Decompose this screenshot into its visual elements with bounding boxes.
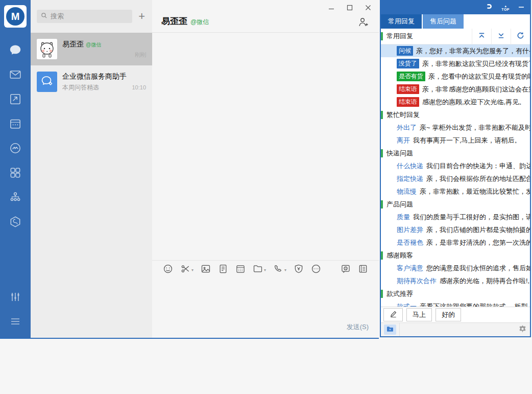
- folder-button[interactable]: ▾: [249, 261, 270, 279]
- send-button[interactable]: 发送(S): [347, 322, 369, 332]
- message-list-button[interactable]: [354, 264, 372, 276]
- send-image-button[interactable]: [197, 261, 214, 279]
- window-controls: [325, 2, 375, 13]
- reply-item[interactable]: 物流慢亲，非常抱歉，最近物流比较繁忙，发...: [381, 185, 530, 198]
- reply-keyword: 外出了: [397, 123, 417, 132]
- message-input-area[interactable]: 发送(S): [152, 279, 379, 338]
- reply-item[interactable]: 结束语感谢您的惠顾,欢迎下次光临,再见。: [381, 96, 530, 108]
- reply-item[interactable]: 结束语亲，非常感谢您的惠顾我们这边会在第...: [381, 83, 530, 96]
- expand-all-button[interactable]: [491, 29, 511, 44]
- reply-item[interactable]: 款式一亲看下这款跟您要的那款款式， 板型上...: [381, 300, 530, 307]
- reply-section-header[interactable]: 款式推荐: [381, 287, 530, 300]
- app-logo[interactable]: M: [4, 5, 27, 28]
- apps-grid-icon: [9, 166, 22, 181]
- minimize-icon: [518, 3, 525, 12]
- reply-section-header[interactable]: 繁忙时回复: [381, 108, 530, 121]
- magnet-snap-button[interactable]: [485, 3, 493, 13]
- chat-main: 易歪歪 @微信 ▾ ▾ ▾: [152, 0, 379, 338]
- reply-text: 我有事离开一下,马上回来，请稍后。: [413, 136, 530, 145]
- app-logo-glyph: M: [6, 7, 25, 26]
- image-icon: [201, 264, 211, 276]
- panel-minimize-button[interactable]: [518, 3, 525, 12]
- settings-button[interactable]: [518, 325, 527, 335]
- nav-gallery[interactable]: [0, 137, 31, 161]
- assistant-tabs: 常用回复 售后问题: [381, 14, 530, 29]
- reply-item[interactable]: 什么快递我们目前合作的快递为：申通、韵达...: [381, 159, 530, 172]
- reply-tag: 是否有货: [397, 72, 425, 81]
- reply-text: 亲，非常抱歉这款宝贝已经没有现货了...: [422, 59, 530, 68]
- reply-item[interactable]: 没货了亲，非常抱歉这款宝贝已经没有现货了...: [381, 57, 530, 70]
- miniprogram-icon: [9, 215, 22, 230]
- collapse-all-button[interactable]: [472, 29, 491, 44]
- message-area[interactable]: [152, 33, 379, 260]
- chat-item-name: 企业微信服务商助手: [62, 72, 127, 81]
- reply-item[interactable]: 质量我们的质量与手工很好的，是实拍图，请...: [381, 211, 530, 223]
- phrase-library-button[interactable]: [384, 325, 396, 335]
- call-button[interactable]: ▾: [270, 261, 290, 279]
- section-label: 感谢顾客: [386, 251, 413, 260]
- reply-text: 感谢亲的光临，期待再合作啦!, ...: [440, 276, 530, 286]
- nav-workbench[interactable]: [0, 88, 31, 112]
- reply-item[interactable]: 期待再次合作感谢亲的光临，期待再合作啦!, ...: [381, 274, 530, 287]
- section-marker: [381, 111, 383, 119]
- reply-text: 亲，您好，非常高兴为您服务了，有什么...: [416, 47, 530, 56]
- reply-item[interactable]: 是否有货亲，您看中的这款宝贝是有现货的呢...: [381, 70, 530, 83]
- close-button[interactable]: [361, 2, 375, 13]
- nav-miniprogram[interactable]: [0, 211, 31, 235]
- nav-mail[interactable]: [0, 63, 31, 88]
- payment-button[interactable]: [290, 261, 307, 279]
- chat-list-panel: 搜索 + 易歪歪 @微信 刚刚: [31, 0, 152, 338]
- reply-text: 亲，非常抱歉，最近物流比较繁忙，发...: [420, 187, 530, 196]
- nav-filters[interactable]: [0, 286, 31, 310]
- reply-keyword: 款式一: [397, 302, 417, 307]
- chat-item-body: 易歪歪 @微信 刚刚: [62, 40, 146, 59]
- schedule-button[interactable]: [232, 261, 249, 279]
- send-file-button[interactable]: [214, 261, 232, 279]
- nav-calendar[interactable]: [0, 112, 31, 137]
- reply-text: 亲~ 掌柜外出发货，非常抱歉不能及时...: [420, 123, 530, 132]
- reply-item[interactable]: 问候亲，您好，非常高兴为您服务了，有什么...: [381, 44, 530, 57]
- reply-item[interactable]: 外出了亲~ 掌柜外出发货，非常抱歉不能及时...: [381, 121, 530, 134]
- section-marker: [381, 32, 383, 40]
- tab-common-replies[interactable]: 常用回复: [381, 14, 422, 29]
- emoji-button[interactable]: [159, 261, 177, 279]
- nav-menu[interactable]: [0, 310, 31, 335]
- quick-phrase-button[interactable]: 马上: [406, 308, 432, 321]
- reply-list-header: 常用回复: [381, 29, 530, 44]
- tab-aftersale-questions[interactable]: 售后问题: [423, 14, 464, 29]
- reply-item[interactable]: 图片差异亲，我们店铺的图片都是实物拍摄的...: [381, 223, 530, 236]
- reply-text: 感谢您的惠顾,欢迎下次光临,再见。: [422, 98, 530, 107]
- section-marker: [381, 290, 383, 298]
- section-marker: [381, 200, 383, 208]
- chat-title: 易歪歪: [161, 15, 187, 27]
- assistant-bottom-bar: [381, 322, 530, 336]
- reply-item[interactable]: 客户满意您的满意是我们永恒的追求，售后如...: [381, 262, 530, 274]
- refresh-button[interactable]: [511, 29, 530, 44]
- message-list-icon: [358, 264, 368, 276]
- edit-phrases-button[interactable]: [383, 308, 403, 321]
- reply-item[interactable]: 是否褪色亲，是非常好清洗的，您第一次洗的...: [381, 236, 530, 249]
- pin-top-button[interactable]: ▲ TOP: [501, 5, 510, 11]
- chat-list-item[interactable]: 易歪歪 @微信 刚刚: [31, 33, 152, 65]
- expand-all-icon: [497, 32, 505, 41]
- chat-list-item[interactable]: 企业微信服务商助手 本周问答精选 10:10: [31, 65, 152, 98]
- reply-section-header[interactable]: 感谢顾客: [381, 249, 530, 262]
- workbench-icon: [9, 92, 22, 108]
- add-button[interactable]: +: [137, 11, 146, 22]
- reply-tag: 结束语: [397, 84, 419, 94]
- reply-item[interactable]: 指定快递亲，我们会根据你所在的地址匹配合...: [381, 172, 530, 185]
- reply-section-header[interactable]: 快递问题: [381, 147, 530, 159]
- search-input[interactable]: 搜索: [37, 10, 132, 23]
- nav-apps[interactable]: [0, 161, 31, 186]
- chat-history-button[interactable]: [337, 264, 354, 276]
- quick-phrase-button[interactable]: 好的: [436, 308, 461, 321]
- reply-section-header[interactable]: 产品问题: [381, 198, 530, 211]
- screenshot-button[interactable]: ▾: [177, 261, 197, 279]
- nav-org[interactable]: [0, 186, 31, 211]
- nav-chat[interactable]: [0, 39, 31, 63]
- reply-item[interactable]: 离开我有事离开一下,马上回来，请稍后。: [381, 134, 530, 147]
- maximize-button[interactable]: [343, 2, 356, 13]
- minimize-button[interactable]: [325, 2, 338, 13]
- add-member-button[interactable]: [357, 16, 369, 30]
- more-button[interactable]: [307, 261, 325, 279]
